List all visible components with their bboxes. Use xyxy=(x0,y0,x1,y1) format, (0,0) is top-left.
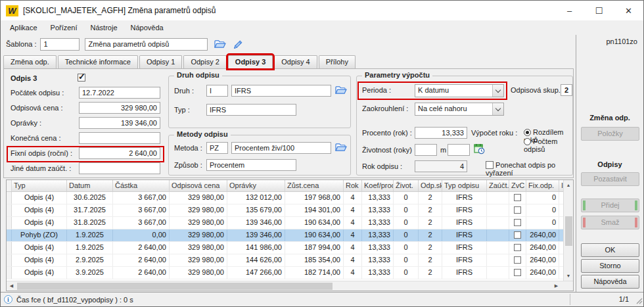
row-selector[interactable] xyxy=(7,267,12,279)
napoveda-button[interactable]: Nápověda xyxy=(581,275,639,289)
rok-odpisu-field[interactable]: 4 xyxy=(415,160,467,172)
vertical-scrollbar[interactable]: ▲ ▼ xyxy=(563,180,573,281)
field-value[interactable]: 329 980,00 xyxy=(79,102,160,114)
druh-value-field[interactable]: IFRS xyxy=(231,85,331,97)
tab-technicke-informace[interactable]: Technické informace xyxy=(58,55,138,68)
ponechat-checkbox[interactable] xyxy=(486,161,494,169)
zaokrouhleni-dropdown[interactable]: Na celé nahoru xyxy=(415,103,504,116)
druh-folder-icon[interactable] xyxy=(334,84,347,96)
column-header-rok[interactable]: Rok xyxy=(344,180,362,191)
zvc-checkbox[interactable] xyxy=(514,269,521,276)
polozky-button[interactable]: Položky xyxy=(581,127,639,141)
menu-item-napoveda[interactable]: Nápověda xyxy=(124,22,170,33)
procento-field[interactable]: 13,333 xyxy=(415,127,467,139)
field-value[interactable] xyxy=(79,162,160,174)
minimize-button[interactable]: – xyxy=(555,1,584,20)
table-row[interactable]: Odpis (4)31.7.20253 667,00329 980,00135 … xyxy=(7,204,563,217)
table-row[interactable]: Odpis (4)1.9.20252 640,00329 980,00141 9… xyxy=(7,242,563,254)
radio-poctem-odpisu[interactable]: Počtem odpisů xyxy=(524,137,572,153)
tab-odpisy-1[interactable]: Odpisy 1 xyxy=(139,55,182,68)
tab-odpisy-2[interactable]: Odpisy 2 xyxy=(183,55,226,68)
tab-odpisy-4[interactable]: Odpisy 4 xyxy=(274,55,317,68)
table-row[interactable]: Odpis (4)3.9.20252 640,00329 980,00147 2… xyxy=(7,267,563,279)
column-header-zauct[interactable]: Zaúčt. xyxy=(487,180,509,191)
radio-icon[interactable] xyxy=(524,138,531,145)
maximize-button[interactable]: ☐ xyxy=(584,1,614,20)
odpisova-skup-field[interactable]: 2 xyxy=(561,84,572,96)
horizontal-scrollbar[interactable]: ◀ ▶ xyxy=(7,281,573,291)
edit-pencil-icon[interactable] xyxy=(231,38,244,50)
row-selector[interactable] xyxy=(7,217,12,229)
zivotnost-months-field[interactable] xyxy=(448,144,470,156)
perioda-dropdown[interactable]: K datumu xyxy=(415,84,504,97)
menu-item-nastroje[interactable]: Nástroje xyxy=(84,22,124,33)
zvc-checkbox[interactable] xyxy=(514,244,521,251)
column-header-fix_odp[interactable]: Fix.odp. xyxy=(526,180,559,191)
open-folder-icon[interactable] xyxy=(213,38,226,50)
vertical-scroll-thumb[interactable] xyxy=(565,216,572,246)
druh-code-field[interactable]: I xyxy=(206,85,228,97)
row-selector[interactable] xyxy=(7,192,12,204)
field-value[interactable]: 139 346,00 xyxy=(79,117,160,129)
smaz-button[interactable]: Smaž xyxy=(581,216,639,229)
menu-item-aplikace[interactable]: Aplikace xyxy=(3,22,44,33)
column-header-typ_odpisu[interactable]: Typ odpisu xyxy=(442,180,487,191)
table-row[interactable]: Odpis (4)2.9.20252 640,00329 980,00144 6… xyxy=(7,254,563,267)
column-header-zust_cena[interactable]: Zůst.cena xyxy=(285,180,344,191)
table-row[interactable]: Pohyb (ZO)1.9.20250,00329 980,00139 346,… xyxy=(7,229,563,242)
scroll-left-icon[interactable]: ◀ xyxy=(7,281,16,291)
column-header-koef[interactable]: Koef/proc xyxy=(362,180,394,191)
resize-grip[interactable] xyxy=(635,296,643,306)
column-header-zivot[interactable]: Život. xyxy=(394,180,419,191)
pridej-button[interactable]: Přidej xyxy=(581,199,639,212)
metoda-code-field[interactable]: PZ xyxy=(206,142,228,154)
radio-icon[interactable] xyxy=(524,129,531,136)
horizontal-scroll-thumb[interactable] xyxy=(17,283,333,290)
menu-item-porizeni[interactable]: Pořízení xyxy=(44,22,84,33)
ponechat-checkbox-row[interactable]: Ponechat odpis po vyřazení xyxy=(486,161,572,177)
scroll-up-icon[interactable]: ▲ xyxy=(564,180,573,190)
zvc-checkbox[interactable] xyxy=(514,256,521,264)
row-selector[interactable] xyxy=(7,204,12,216)
calendar-clock-icon[interactable] xyxy=(474,143,485,156)
column-header-zvc[interactable]: ZvC xyxy=(509,180,526,191)
row-selector[interactable] xyxy=(7,254,12,266)
column-header-castka[interactable]: Částka xyxy=(113,180,170,191)
template-name-input[interactable]: Změna parametrů odpisů xyxy=(85,38,208,51)
cell-fix_odp: 2640,00 xyxy=(526,267,559,279)
perioda-chevron-icon[interactable] xyxy=(492,85,503,97)
storno-button[interactable]: Storno xyxy=(581,259,639,273)
table-row[interactable]: Odpis (4)30.6.20253 667,00329 980,00132 … xyxy=(7,192,563,204)
metoda-value-field[interactable]: Procentem živ/100 xyxy=(231,142,331,154)
column-header-opravky[interactable]: Oprávky xyxy=(227,180,285,191)
field-value[interactable]: 12.7.2022 xyxy=(79,87,160,99)
zvc-checkbox[interactable] xyxy=(514,231,521,239)
tab-prilohy[interactable]: Přílohy xyxy=(319,55,356,68)
pozastavit-button[interactable]: Pozastavit xyxy=(581,172,639,186)
row-selector[interactable] xyxy=(7,242,12,254)
column-header-typ[interactable]: Typ xyxy=(12,180,67,191)
typ-value-field[interactable]: IFRS xyxy=(206,104,296,116)
zvc-checkbox[interactable] xyxy=(514,219,521,226)
tab-zmena-odp[interactable]: Změna odp. xyxy=(3,55,57,68)
column-header-odpisova_cena[interactable]: Odpisová cena xyxy=(170,180,227,191)
zvc-checkbox[interactable] xyxy=(514,194,521,201)
zaokrouhleni-chevron-icon[interactable] xyxy=(492,103,503,115)
scroll-down-icon[interactable]: ▼ xyxy=(564,271,573,281)
table-row[interactable]: Odpis (4)31.8.20253 667,00329 980,00139 … xyxy=(7,217,563,229)
ok-button[interactable]: OK xyxy=(581,243,639,257)
scroll-right-icon[interactable]: ▶ xyxy=(551,281,561,291)
odpis3-checkbox[interactable] xyxy=(78,74,85,82)
column-header-datum[interactable]: Datum xyxy=(67,180,113,191)
tab-odpisy-3[interactable]: Odpisy 3 xyxy=(228,55,273,68)
row-selector[interactable] xyxy=(7,229,12,241)
zpusob-value-field[interactable]: Procentem xyxy=(206,159,296,171)
metoda-folder-icon[interactable] xyxy=(334,141,347,153)
zivotnost-years-field[interactable] xyxy=(415,144,437,156)
field-value[interactable] xyxy=(79,132,160,144)
column-header-odp_sk[interactable]: Odp.sk. xyxy=(419,180,442,191)
template-number-input[interactable]: 1 xyxy=(40,38,80,51)
close-button[interactable]: ✕ xyxy=(614,1,643,20)
zvc-checkbox[interactable] xyxy=(514,206,521,214)
field-value[interactable]: 2 640,00 xyxy=(79,147,160,159)
